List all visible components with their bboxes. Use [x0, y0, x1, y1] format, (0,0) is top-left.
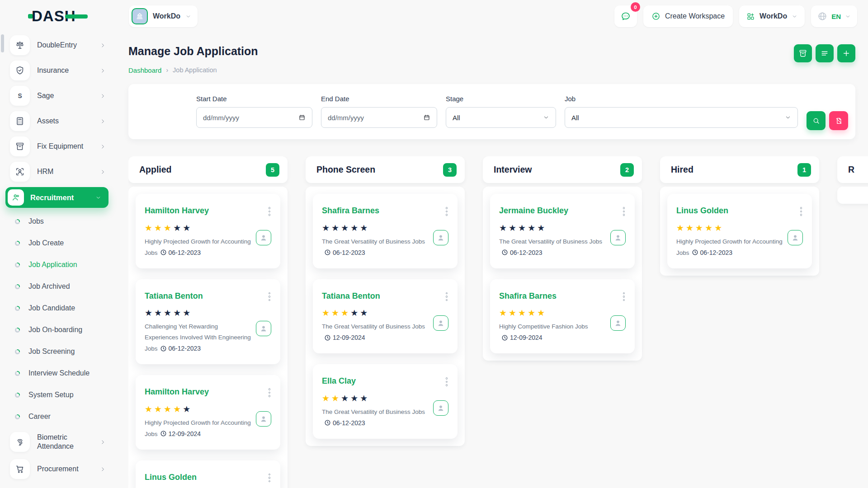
applicant-name-link[interactable]: Linus Golden: [145, 472, 197, 482]
applied-date-group: 06-12-2023: [158, 249, 201, 256]
applied-date: 06-12-2023: [169, 345, 201, 352]
language-selector[interactable]: EN: [811, 5, 857, 27]
filter-buttons: [807, 111, 848, 130]
avatar: [610, 230, 626, 245]
sidebar-subitem-job-create[interactable]: Job Create: [0, 232, 119, 254]
kebab-menu-button[interactable]: [622, 291, 626, 303]
applicant-card[interactable]: Shafira Barnes ★★★★★ Highly Competitive …: [490, 279, 635, 354]
account-menu-button[interactable]: WorkDo: [739, 5, 805, 27]
sidebar-subitem-job-archived[interactable]: Job Archived: [0, 276, 119, 297]
applied-date: 06-12-2023: [700, 249, 733, 256]
page-title: Manage Job Application: [128, 44, 258, 58]
applicant-name-link[interactable]: Hamilton Harvey: [145, 387, 209, 397]
sidebar-item-partial[interactable]: [0, 486, 119, 488]
applied-date-group: 12-09-2024: [158, 431, 201, 437]
sidebar-item-insurance[interactable]: Insurance: [0, 58, 119, 83]
column-title: Hired: [671, 164, 693, 175]
sidebar-scrollbar[interactable]: [1, 34, 4, 52]
kebab-menu-button[interactable]: [445, 291, 449, 303]
applicant-name-link[interactable]: Tatiana Benton: [145, 291, 203, 301]
applicant-card[interactable]: Jermaine Buckley ★★★★★ The Great Versati…: [490, 194, 635, 268]
end-date-input[interactable]: dd/mm/yyyy: [321, 107, 437, 128]
notification-badge: 0: [631, 2, 640, 12]
kebab-menu-button[interactable]: [268, 291, 272, 303]
kebab-menu-button[interactable]: [445, 206, 449, 217]
applicant-card[interactable]: Tatiana Benton ★★★★★ Challenging Yet Rew…: [136, 279, 280, 365]
sidebar-item-assets[interactable]: Assets: [0, 108, 119, 134]
sidebar-item-hrm[interactable]: HRM: [0, 159, 119, 184]
app-logo[interactable]: DASH: [28, 8, 119, 25]
sidebar-item-procurement[interactable]: Procurement: [0, 456, 119, 482]
kebab-menu-button[interactable]: [268, 206, 272, 217]
applicant-name-link[interactable]: Shafira Barnes: [499, 291, 557, 301]
sidebar-item-fix-equipment[interactable]: Fix Equipment: [0, 134, 119, 159]
kebab-menu-button[interactable]: [268, 472, 272, 484]
create-workspace-button[interactable]: Create Workspace: [643, 5, 733, 27]
rating-stars: ★★★★★: [499, 309, 606, 318]
applicant-name-link[interactable]: Shafira Barnes: [322, 206, 379, 216]
reset-button[interactable]: [829, 111, 848, 130]
sidebar-subitem-job-screening[interactable]: Job Screening: [0, 341, 119, 362]
applicant-card[interactable]: Ella Clay ★★★★★ The Great Versatility of…: [313, 364, 458, 439]
avatar: [433, 400, 448, 416]
logo-dash-accent: [65, 14, 88, 19]
kanban-board: Applied 5 Hamilton Harvey ★★★★★ Highly P…: [128, 156, 868, 488]
archive-button[interactable]: [794, 44, 812, 62]
app-screen: DASH WorkDo 0 Create Workspace WorkDo: [0, 0, 868, 488]
applicant-name-link[interactable]: Jermaine Buckley: [499, 206, 568, 216]
job-select[interactable]: All: [565, 107, 798, 128]
sidebar-subitem-system-setup[interactable]: System Setup: [0, 384, 119, 406]
clock-icon: [501, 334, 508, 341]
sidebar-item-recruitment[interactable]: Recruitment: [5, 187, 108, 208]
applicant-name-link[interactable]: Hamilton Harvey: [145, 206, 209, 216]
bullet-icon: [15, 306, 20, 311]
job-title: The Great Versatility of Business Jobs: [322, 238, 425, 245]
column-body: [837, 187, 868, 204]
user-plus-icon: [8, 189, 24, 206]
board-column-phone-screen: Phone Screen 3 Shafira Barnes ★★★★★ The …: [306, 156, 465, 488]
sidebar-nav: DoubleEntry Insurance S Sage Assets Fix …: [0, 33, 119, 488]
sidebar-item-biometric-attendance[interactable]: Biometric Attendance: [0, 427, 119, 456]
applicant-card[interactable]: Hamilton Harvey ★★★★★ Highly Projected G…: [136, 194, 280, 268]
breadcrumb-dashboard-link[interactable]: Dashboard: [128, 66, 161, 74]
applicant-card[interactable]: Hamilton Harvey ★★★★★ Highly Projected G…: [136, 375, 280, 450]
count-badge: 3: [443, 163, 457, 177]
applicant-name-link[interactable]: Tatiana Benton: [322, 291, 380, 301]
building-icon: [132, 8, 148, 24]
applicant-name-link[interactable]: Ella Clay: [322, 376, 356, 386]
kebab-menu-button[interactable]: [445, 376, 449, 388]
search-button[interactable]: [807, 111, 826, 130]
title-row: Manage Job Application: [128, 44, 855, 62]
applicant-card[interactable]: Linus Golden ★★★★★ Highly Projected Grow…: [667, 194, 812, 268]
sidebar-subitem-job-on-boarding[interactable]: Job On-boarding: [0, 319, 119, 341]
applicant-card[interactable]: Shafira Barnes ★★★★★ The Great Versatili…: [313, 194, 458, 268]
sidebar-subitem-jobs[interactable]: Jobs: [0, 211, 119, 232]
applicant-name-link[interactable]: Linus Golden: [676, 206, 728, 216]
sidebar-subitem-career[interactable]: Career: [0, 406, 119, 427]
start-date-input[interactable]: dd/mm/yyyy: [196, 107, 312, 128]
search-icon: [812, 117, 821, 125]
archive-box-icon: [10, 136, 30, 156]
applicant-card[interactable]: Tatiana Benton ★★★★★ The Great Versatili…: [313, 279, 458, 354]
sidebar-item-sage[interactable]: S Sage: [0, 83, 119, 108]
stage-select[interactable]: All: [446, 107, 556, 128]
sidebar-subitem-job-application[interactable]: Job Application: [0, 254, 119, 276]
add-button[interactable]: [837, 44, 855, 62]
rating-stars: ★★★★★: [145, 405, 251, 414]
fingerprint-icon: [10, 432, 30, 452]
applicant-card[interactable]: Linus Golden: [136, 460, 280, 488]
globe-icon: [817, 11, 827, 21]
calendar-icon: [298, 114, 306, 121]
applied-date: 06-12-2023: [333, 249, 365, 256]
messenger-button[interactable]: 0: [614, 5, 637, 27]
sidebar-subitem-job-candidate[interactable]: Job Candidate: [0, 297, 119, 319]
bullet-icon: [15, 241, 20, 246]
sidebar-item-doubleentry[interactable]: DoubleEntry: [0, 33, 119, 58]
workspace-selector[interactable]: WorkDo: [129, 5, 198, 27]
kebab-menu-button[interactable]: [799, 206, 803, 217]
kebab-menu-button[interactable]: [622, 206, 626, 217]
chevron-down-icon: [792, 14, 797, 19]
kebab-menu-button[interactable]: [268, 387, 272, 399]
sidebar-subitem-interview-schedule[interactable]: Interview Schedule: [0, 362, 119, 384]
list-view-button[interactable]: [816, 44, 834, 62]
